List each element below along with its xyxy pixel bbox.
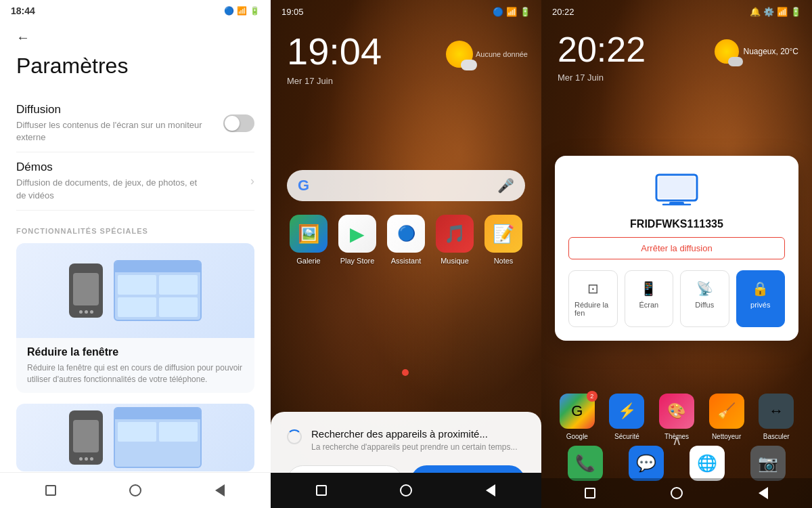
fc-title: Réduire la fenêtre xyxy=(27,346,244,358)
nettoyeur-label: Nettoyeur xyxy=(712,433,741,440)
window-grid xyxy=(115,272,200,320)
playstore-icon: ▶ xyxy=(338,215,376,253)
settings-content: ← Paramètres Diffusion Diffuser les cont… xyxy=(0,22,271,472)
section-special: FONCTIONNALITÉS SPÉCIALES xyxy=(16,227,254,235)
private-button[interactable]: 🔒 privés xyxy=(736,270,786,327)
diffuse-button[interactable]: 📡 Diffus xyxy=(680,270,729,327)
app-galerie[interactable]: 🖼️ Galerie xyxy=(290,215,328,265)
dock-phone[interactable]: 📞 xyxy=(568,446,603,481)
home-status-icons: 🔵 📶 🔋 xyxy=(493,7,531,17)
dock-chrome[interactable]: 🌐 xyxy=(690,446,725,481)
phone-dots xyxy=(79,310,93,314)
phone-illustration-2 xyxy=(69,410,103,465)
dock-messages[interactable]: 💬 xyxy=(629,446,664,481)
nav-home-icon-home xyxy=(400,484,412,496)
app-playstore[interactable]: ▶ Play Store xyxy=(338,215,376,265)
nav-square-button[interactable] xyxy=(41,481,60,500)
cast-weather-text: Nuageux, 20°C xyxy=(743,47,798,56)
home-bluetooth-icon: 🔵 xyxy=(493,7,503,17)
securite-icon: ⚡ xyxy=(609,394,644,429)
playstore-label: Play Store xyxy=(340,257,375,265)
loading-spinner xyxy=(287,429,302,444)
cast-dialog: FRIDFWKS111335 Arrêter la diffusion ⊡ Ré… xyxy=(555,156,798,341)
cast-nav-back[interactable] xyxy=(754,484,773,503)
mic-icon[interactable]: 🎤 xyxy=(497,177,514,194)
diffusion-text: Diffusion Diffuser les contenus de l'écr… xyxy=(16,103,206,144)
back-button[interactable]: ← xyxy=(16,30,30,45)
cast-nav-home[interactable] xyxy=(667,484,686,503)
screen-icon: 📱 xyxy=(640,280,657,297)
weather-text: Aucune donnée xyxy=(476,50,528,58)
musique-label: Musique xyxy=(441,257,469,265)
cast-nav-square[interactable] xyxy=(581,484,600,503)
home-search-bar[interactable]: G 🎤 xyxy=(287,170,525,201)
cast-app-basculer[interactable]: ↔️ Basculer xyxy=(759,394,794,440)
home-nav-back[interactable] xyxy=(481,481,500,500)
cast-weather: Nuageux, 20°C xyxy=(715,39,798,64)
cast-status-bar: 20:22 🔔 ⚙️ 📶 🔋 xyxy=(541,0,812,24)
nav-back-icon xyxy=(215,484,225,496)
cast-gear-icon: ⚙️ xyxy=(763,7,774,17)
searching-title: Rechercher des appareils à proximité... xyxy=(311,428,517,440)
nav-square-icon-home xyxy=(316,485,327,496)
cast-date: Mer 17 Juin xyxy=(541,70,812,85)
reduce-window-button[interactable]: ⊡ Réduire la fen xyxy=(568,270,618,327)
home-weather: Aucune donnée xyxy=(446,41,528,68)
window-grid-2 xyxy=(115,419,200,467)
status-time: 18:44 xyxy=(11,5,35,16)
cast-app-nettoyeur[interactable]: 🧹 Nettoyeur xyxy=(709,394,744,440)
home-status-time: 19:05 xyxy=(281,7,304,17)
reduce-icon: ⊡ xyxy=(587,280,599,297)
dock-camera[interactable]: 📷 xyxy=(750,446,786,481)
cast-nav-home-icon xyxy=(671,487,683,499)
notification-dot xyxy=(402,369,409,376)
feature-card-2[interactable] xyxy=(16,404,254,471)
stop-casting-button[interactable]: Arrêter la diffusion xyxy=(568,237,785,259)
status-icons: 🔵 📶 🔋 xyxy=(224,6,260,16)
musique-icon: 🎵 xyxy=(436,215,474,253)
galerie-label: Galerie xyxy=(296,257,320,265)
diffusion-toggle[interactable] xyxy=(223,114,254,132)
notes-icon: 📝 xyxy=(484,215,522,253)
private-icon: 🔒 xyxy=(752,280,769,297)
weather-sun-icon xyxy=(446,41,473,68)
securite-label: Sécurité xyxy=(614,433,639,440)
diffuse-icon: 📡 xyxy=(696,280,713,297)
demos-setting[interactable]: Démos Diffusion de documents, de jeux, d… xyxy=(16,152,254,210)
nav-back-button[interactable] xyxy=(210,481,229,500)
google-logo: G xyxy=(298,177,309,194)
home-battery-icon: 🔋 xyxy=(520,7,531,17)
diffusion-setting[interactable]: Diffusion Diffuser les contenus de l'écr… xyxy=(16,95,254,152)
home-nav-square[interactable] xyxy=(312,481,331,500)
home-nav-home[interactable] xyxy=(397,481,415,500)
bluetooth-icon: 🔵 xyxy=(224,6,234,16)
cast-app-google[interactable]: G 2 Google xyxy=(560,394,595,440)
cast-weather-icon xyxy=(715,39,739,64)
window-illustration xyxy=(114,260,202,321)
screen-button[interactable]: 📱 Écran xyxy=(625,270,674,327)
bottom-dock: 📞 💬 🌐 📷 xyxy=(541,446,812,481)
app-assistant[interactable]: 🔵 Assistant xyxy=(387,215,425,265)
home-nav-bar xyxy=(271,473,541,508)
app-musique[interactable]: 🎵 Musique xyxy=(436,215,474,265)
app-notes[interactable]: 📝 Notes xyxy=(484,215,522,265)
fc-desc: Réduire la fenêtre qui est en cours de d… xyxy=(27,362,244,385)
window-bar-2 xyxy=(115,408,200,419)
weather-cloud xyxy=(461,60,477,70)
cast-app-securite[interactable]: ⚡ Sécurité xyxy=(609,394,644,440)
cast-signal-icon: 📶 xyxy=(777,7,788,17)
feature-card-text: Réduire la fenêtre Réduire la fenêtre qu… xyxy=(16,338,254,394)
phone-screen-2 xyxy=(73,420,99,452)
demos-text: Démos Diffusion de documents, de jeux, d… xyxy=(16,161,206,201)
cast-notif-icon: 🔔 xyxy=(750,7,761,17)
diffuse-label: Diffus xyxy=(695,301,714,309)
cast-panel: 20:22 🔔 ⚙️ 📶 🔋 20:22 Mer 17 Juin Nuageux… xyxy=(541,0,812,508)
nav-square-icon xyxy=(45,485,56,496)
nav-home-button[interactable] xyxy=(126,481,145,500)
feature-card-reduire[interactable]: Réduire la fenêtre Réduire la fenêtre qu… xyxy=(16,243,254,394)
monitor-icon xyxy=(568,172,785,210)
diffusion-desc: Diffuser les contenus de l'écran sur un … xyxy=(16,119,206,144)
nav-bar xyxy=(0,472,271,508)
basculer-icon: ↔️ xyxy=(759,394,794,429)
google-icon: G 2 xyxy=(560,394,595,429)
